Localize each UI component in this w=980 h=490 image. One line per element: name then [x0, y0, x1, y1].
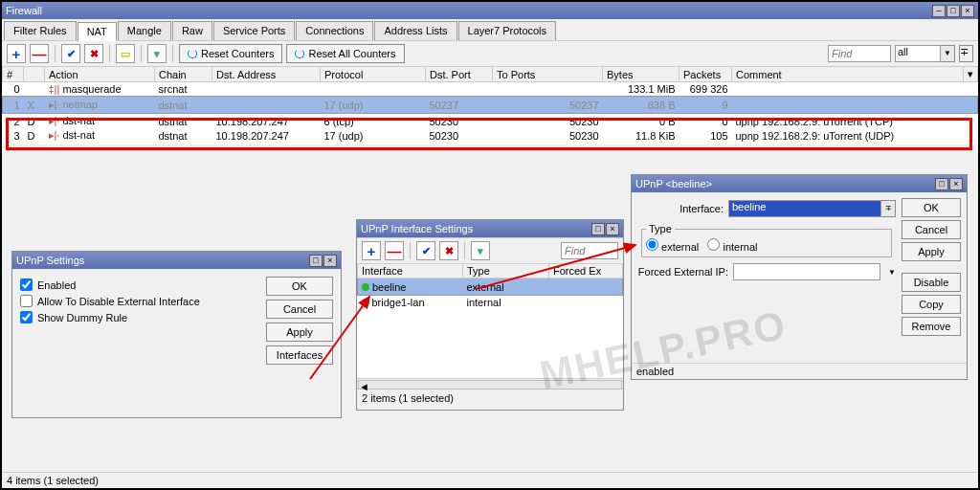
- find-input[interactable]: [561, 242, 618, 259]
- col-header[interactable]: Forced Ex: [549, 264, 623, 278]
- find-input[interactable]: [828, 45, 891, 62]
- table-row[interactable]: 0‡|| masqueradesrcnat133.1 MiB699 326: [3, 82, 978, 97]
- filter-select[interactable]: all: [895, 45, 941, 62]
- upnp-beeline-window[interactable]: UPnP <beeline> □× Interface: beeline∓ Ty…: [631, 174, 968, 380]
- col-header[interactable]: [24, 67, 45, 82]
- upnp-if-title: UPnP Interface Settings: [361, 223, 591, 234]
- col-header[interactable]: Protocol: [321, 67, 426, 82]
- upnp-if-grid[interactable]: InterfaceTypeForced Exbeelineexternalbri…: [357, 263, 623, 378]
- chevron-down-icon[interactable]: ▼: [941, 45, 955, 62]
- col-header[interactable]: Comment: [732, 67, 964, 82]
- status-dot-icon: [362, 283, 369, 291]
- status-dot-icon: [362, 299, 369, 306]
- type-fieldset: Type external internal: [641, 223, 892, 257]
- apply-button[interactable]: Apply: [902, 242, 961, 261]
- filter-icon[interactable]: ▾: [147, 44, 167, 63]
- close-icon[interactable]: ×: [606, 223, 619, 235]
- tab-layer7-protocols[interactable]: Layer7 Protocols: [458, 21, 557, 40]
- apply-button[interactable]: Apply: [266, 323, 333, 342]
- copy-button[interactable]: Copy: [902, 295, 961, 314]
- firewall-toolbar: + — ✔ ✖ ▭ ▾ Reset Counters Reset All Cou…: [2, 40, 978, 66]
- col-header[interactable]: #: [3, 67, 24, 82]
- col-header[interactable]: Chain: [155, 67, 212, 82]
- reset-counters-button[interactable]: Reset Counters: [179, 44, 282, 63]
- maximize-icon[interactable]: □: [591, 223, 605, 235]
- maximize-icon[interactable]: □: [947, 5, 960, 17]
- close-icon[interactable]: ×: [323, 255, 337, 267]
- col-header[interactable]: Dst. Address: [212, 67, 321, 82]
- close-icon[interactable]: ×: [961, 5, 974, 17]
- col-header[interactable]: Type: [463, 264, 549, 278]
- upnp-settings-title: UPnP Settings: [16, 255, 309, 266]
- col-header[interactable]: Interface: [358, 264, 463, 278]
- list-item[interactable]: beelineexternal: [358, 278, 623, 296]
- tab-address-lists[interactable]: Address Lists: [374, 21, 457, 40]
- add-button[interactable]: +: [362, 241, 381, 260]
- upnp-interface-window[interactable]: UPnP Interface Settings □× + — ✔ ✖ ▾ Int…: [356, 219, 624, 411]
- tab-filter-rules[interactable]: Filter Rules: [4, 21, 77, 40]
- chevron-down-icon[interactable]: ∓: [881, 200, 896, 217]
- forced-ip-input[interactable]: [733, 263, 880, 280]
- upnp-beeline-title: UPnP <beeline>: [635, 178, 935, 189]
- minimize-icon[interactable]: –: [932, 5, 946, 17]
- tab-connections[interactable]: Connections: [296, 21, 373, 40]
- firewall-tabs: Filter RulesNATMangleRawService PortsCon…: [2, 19, 978, 40]
- dropdown-icon[interactable]: ∓: [959, 45, 973, 62]
- filter-icon[interactable]: ▾: [471, 241, 490, 260]
- reload-icon: [188, 49, 197, 58]
- remove-button[interactable]: Remove: [902, 317, 961, 336]
- scrollbar[interactable]: ◄: [358, 380, 622, 390]
- disable-button[interactable]: ✖: [84, 44, 103, 63]
- interface-select[interactable]: beeline: [728, 200, 881, 217]
- remove-button[interactable]: —: [30, 44, 49, 63]
- status-bar: 4 items (1 selected): [2, 472, 978, 488]
- upnp-beeline-status: enabled: [632, 363, 967, 379]
- col-header[interactable]: Packets: [679, 67, 732, 82]
- cancel-button[interactable]: Cancel: [266, 300, 333, 319]
- comment-button[interactable]: ▭: [116, 44, 135, 63]
- close-icon[interactable]: ×: [949, 178, 963, 190]
- list-item[interactable]: bridge1-laninternal: [358, 296, 623, 310]
- col-header[interactable]: Bytes: [603, 67, 679, 82]
- tab-service-ports[interactable]: Service Ports: [213, 21, 295, 40]
- forced-ip-label: Forced External IP:: [637, 266, 728, 278]
- tab-raw[interactable]: Raw: [172, 21, 212, 40]
- interface-label: Interface:: [637, 203, 724, 214]
- show-dummy-checkbox[interactable]: Show Dummy Rule: [20, 309, 256, 325]
- maximize-icon[interactable]: □: [309, 255, 323, 267]
- table-row[interactable]: 1X▸|· netmapdstnat17 (udp)5023750237838 …: [3, 97, 978, 114]
- col-chevron[interactable]: ▾: [964, 67, 978, 82]
- highlight-box: [6, 118, 972, 150]
- enabled-checkbox[interactable]: Enabled: [20, 277, 256, 293]
- col-header[interactable]: To Ports: [493, 67, 603, 82]
- tab-mangle[interactable]: Mangle: [118, 21, 171, 40]
- ok-button[interactable]: OK: [902, 198, 961, 217]
- upnp-settings-window[interactable]: UPnP Settings □× Enabled Allow To Disabl…: [11, 251, 342, 418]
- internal-radio[interactable]: internal: [707, 241, 757, 253]
- cancel-button[interactable]: Cancel: [902, 220, 961, 239]
- reload-icon: [295, 49, 304, 58]
- col-header[interactable]: Action: [45, 67, 155, 82]
- enable-button[interactable]: ✔: [416, 241, 435, 260]
- maximize-icon[interactable]: □: [935, 178, 948, 190]
- reset-all-counters-button[interactable]: Reset All Counters: [286, 44, 404, 63]
- enable-button[interactable]: ✔: [61, 44, 80, 63]
- interfaces-button[interactable]: Interfaces: [266, 345, 333, 365]
- tab-nat[interactable]: NAT: [78, 22, 117, 41]
- remove-button[interactable]: —: [385, 241, 404, 260]
- disable-button[interactable]: ✖: [439, 241, 458, 260]
- firewall-titlebar[interactable]: Firewall – □ ×: [2, 2, 978, 19]
- allow-disable-checkbox[interactable]: Allow To Disable External Interface: [20, 293, 256, 309]
- upnp-if-status: 2 items (1 selected): [357, 390, 623, 406]
- firewall-title: Firewall: [6, 5, 932, 16]
- external-radio[interactable]: external: [646, 241, 699, 253]
- add-button[interactable]: +: [7, 44, 26, 63]
- disable-button[interactable]: Disable: [902, 273, 961, 292]
- ok-button[interactable]: OK: [266, 277, 333, 296]
- chevron-down-icon[interactable]: ▼: [888, 268, 896, 277]
- col-header[interactable]: Dst. Port: [426, 67, 493, 82]
